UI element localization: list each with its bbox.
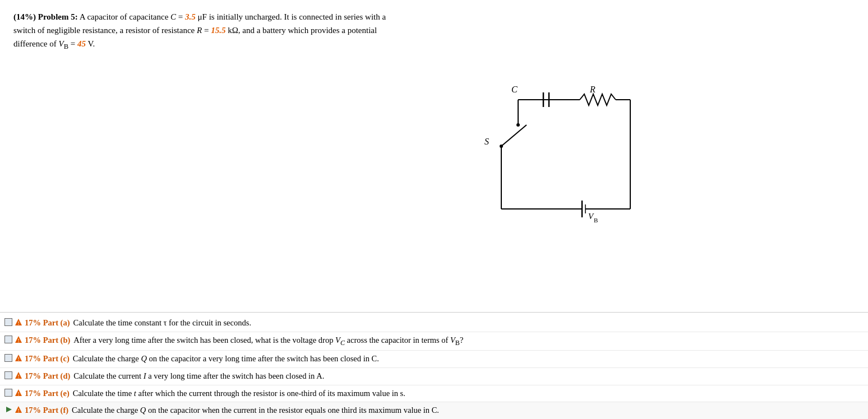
part-row-f[interactable]: ! 17% Part (f) Calculate the charge Q on… <box>0 402 868 419</box>
svg-text:R: R <box>589 85 595 94</box>
svg-text:B: B <box>594 217 598 224</box>
warning-icon-c: ! <box>15 354 22 362</box>
part-a-label: 17% Part (a) <box>25 317 70 329</box>
circuit-diagram: C R <box>406 10 675 306</box>
main-container: (14%) Problem 5: A capacitor of capacita… <box>0 0 868 419</box>
svg-text:!: ! <box>18 392 20 397</box>
problem-header: (14%) Problem 5: <box>13 12 78 21</box>
part-row-b: ! 17% Part (b) After a very long time af… <box>0 332 868 351</box>
warning-icon-e: ! <box>15 389 22 397</box>
problem-equals3: = <box>68 39 77 48</box>
checkbox-d[interactable] <box>4 371 12 379</box>
part-a-text: Calculate the time constant τ for the ci… <box>73 317 251 329</box>
problem-text: (14%) Problem 5: A capacitor of capacita… <box>13 10 406 306</box>
warning-icon-d: ! <box>15 371 22 379</box>
svg-text:!: ! <box>18 338 20 343</box>
part-b-label: 17% Part (b) <box>25 334 70 347</box>
part-d-text: Calculate the current I a very long time… <box>73 370 324 383</box>
warning-icon-a: ! <box>15 318 22 326</box>
checkbox-c[interactable] <box>4 354 12 362</box>
part-c-text: Calculate the charge Q on the capacitor … <box>73 353 379 365</box>
svg-marker-31 <box>6 407 12 412</box>
problem-equals2: = <box>202 26 211 35</box>
part-row-c: ! 17% Part (c) Calculate the charge Q on… <box>0 351 868 368</box>
checkbox-a[interactable] <box>4 318 12 326</box>
part-e-label: 17% Part (e) <box>25 388 70 400</box>
svg-text:S: S <box>484 137 489 146</box>
svg-line-18 <box>501 125 527 146</box>
problem-VB-unit: V. <box>86 39 95 48</box>
problem-VB-label: V <box>59 39 64 48</box>
problem-VB-sub: B <box>64 43 68 50</box>
problem-VB-value: 45 <box>77 39 86 48</box>
svg-text:C: C <box>511 85 518 94</box>
part-b-text: After a very long time after the switch … <box>73 334 463 348</box>
part-row-e: ! 17% Part (e) Calculate the time t afte… <box>0 385 868 403</box>
problem-equals: = <box>176 12 185 21</box>
problem-C-value: 3.5 <box>185 12 196 21</box>
svg-text:!: ! <box>18 321 20 326</box>
warning-icon-f: ! <box>15 406 22 413</box>
part-e-text: Calculate the time t after which the cur… <box>73 388 405 400</box>
part-row-d: ! 17% Part (d) Calculate the current I a… <box>0 368 868 385</box>
svg-text:!: ! <box>18 357 20 362</box>
part-c-label: 17% Part (c) <box>25 353 70 365</box>
play-icon-f[interactable] <box>4 406 12 413</box>
part-row-a: ! 17% Part (a) Calculate the time consta… <box>0 315 868 332</box>
problem-R-value: 15.5 <box>211 26 225 35</box>
parts-section: ! 17% Part (a) Calculate the time consta… <box>0 313 868 419</box>
problem-desc-before: A capacitor of capacitance <box>80 12 170 21</box>
problem-C-label: C <box>170 12 176 21</box>
part-f-text: Calculate the charge Q on the capacitor … <box>72 404 439 417</box>
warning-icon-b: ! <box>15 336 22 343</box>
svg-text:!: ! <box>18 374 20 379</box>
svg-text:!: ! <box>18 408 20 413</box>
top-section: (14%) Problem 5: A capacitor of capacita… <box>0 0 868 313</box>
circuit-svg: C R <box>445 80 636 237</box>
part-d-label: 17% Part (d) <box>25 370 70 383</box>
problem-R-label: R <box>197 26 202 35</box>
part-f-label: 17% Part (f) <box>25 404 68 417</box>
checkbox-e[interactable] <box>4 389 12 397</box>
checkbox-b[interactable] <box>4 336 12 343</box>
